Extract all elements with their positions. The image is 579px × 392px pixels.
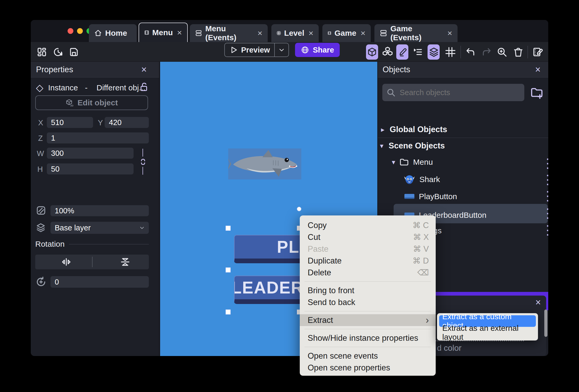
kebab-menu-icon[interactable] bbox=[547, 191, 548, 202]
menu-item-label: Delete bbox=[308, 268, 331, 277]
shark-sprite[interactable] bbox=[228, 148, 301, 179]
rotation-input[interactable]: 0 bbox=[50, 276, 149, 288]
close-tab-icon[interactable]: × bbox=[360, 29, 365, 37]
close-tab-icon[interactable]: × bbox=[177, 28, 182, 37]
menu-item-delete[interactable]: Delete ⌫ bbox=[300, 267, 436, 278]
z-input[interactable]: 1 bbox=[47, 132, 149, 143]
screenshot-root: Home Menu × Menu (Events) × Level × Game bbox=[0, 0, 579, 392]
layers-icon[interactable] bbox=[429, 46, 439, 58]
share-button[interactable]: Share bbox=[295, 43, 340, 57]
menu-item-extract[interactable]: Extract › bbox=[300, 314, 436, 326]
chevron-down-icon bbox=[139, 225, 145, 230]
tab-label: Game bbox=[334, 29, 356, 38]
preview-button[interactable]: Preview bbox=[224, 43, 289, 57]
h-input[interactable]: 50 bbox=[47, 163, 134, 174]
toolbar-separator bbox=[527, 46, 528, 58]
grid-icon[interactable] bbox=[445, 47, 456, 57]
selection-handle-bottom-left[interactable] bbox=[226, 310, 230, 314]
close-layers-icon[interactable]: × bbox=[535, 298, 541, 307]
tab-label: Menu (Events) bbox=[205, 24, 253, 42]
folder-icon bbox=[399, 158, 409, 166]
opacity-input[interactable]: 100% bbox=[50, 205, 149, 216]
play-icon bbox=[231, 46, 237, 54]
tree-item-shark[interactable]: Shark bbox=[404, 174, 440, 185]
kebab-menu-icon[interactable] bbox=[547, 225, 548, 236]
menu-item-label: Send to back bbox=[308, 298, 355, 307]
z-label: Z bbox=[38, 134, 43, 143]
close-properties-icon[interactable]: × bbox=[141, 65, 147, 74]
trash-icon[interactable] bbox=[513, 47, 524, 57]
instances-list-icon[interactable] bbox=[413, 47, 423, 57]
group-scene-objects[interactable]: ▾ Scene Objects bbox=[380, 141, 445, 151]
menu-item-cut[interactable]: Cut ⌘ X bbox=[300, 231, 436, 243]
cube-3d-icon[interactable] bbox=[367, 47, 377, 57]
edit-object-button[interactable]: 2D Edit object bbox=[35, 95, 148, 110]
history-icon[interactable] bbox=[53, 47, 63, 57]
scene-icon bbox=[144, 29, 149, 37]
instance-diamond-icon: ◇ bbox=[36, 82, 43, 93]
menu-item-label: Paste bbox=[308, 244, 328, 254]
tab-game-events[interactable]: Game (Events) × bbox=[374, 24, 458, 42]
link-wh-icon[interactable] bbox=[140, 158, 146, 166]
flip-horizontal-icon[interactable] bbox=[61, 257, 72, 267]
tree-folder-menu[interactable]: ▾ Menu bbox=[392, 158, 433, 167]
menu-item-duplicate[interactable]: Duplicate ⌘ D bbox=[300, 255, 436, 267]
layer-select[interactable]: Base layer bbox=[50, 222, 149, 234]
close-tab-icon[interactable]: × bbox=[257, 29, 262, 37]
tree-item-playbutton[interactable]: PlayButton bbox=[404, 192, 457, 201]
group-global-objects[interactable]: ▸ Global Objects bbox=[381, 125, 447, 134]
close-tab-icon[interactable]: × bbox=[447, 29, 452, 37]
x-label: X bbox=[38, 118, 43, 127]
search-input[interactable] bbox=[399, 88, 515, 97]
unlock-icon[interactable] bbox=[140, 82, 148, 92]
menu-item-open-scene-events[interactable]: Open scene events bbox=[300, 350, 436, 362]
flip-toolbar bbox=[35, 255, 149, 269]
add-folder-icon[interactable] bbox=[530, 86, 544, 99]
menu-item-copy[interactable]: Copy ⌘ C bbox=[300, 219, 436, 231]
menu-item-send-to-back[interactable]: Send to back bbox=[300, 296, 436, 308]
selection-handle-mid-left[interactable] bbox=[226, 268, 230, 272]
scrollbar-thumb[interactable] bbox=[544, 310, 547, 337]
flip-vertical-icon[interactable] bbox=[120, 257, 130, 267]
project-manager-icon[interactable] bbox=[37, 47, 47, 57]
menu-divider bbox=[304, 347, 431, 347]
menu-item-label: Bring to front bbox=[308, 286, 354, 295]
menu-item-paste[interactable]: Paste ⌘ V bbox=[300, 243, 436, 255]
y-input[interactable]: 420 bbox=[105, 117, 149, 128]
tab-menu-events[interactable]: Menu (Events) × bbox=[190, 24, 268, 42]
menu-item-bring-to-front[interactable]: Bring to front bbox=[300, 285, 436, 296]
menu-item-show-hide-instance-properties[interactable]: Show/Hide instance properties bbox=[300, 332, 436, 344]
chevron-down-icon[interactable] bbox=[278, 47, 285, 53]
w-input[interactable]: 300 bbox=[47, 148, 134, 159]
rotate-handle[interactable] bbox=[297, 207, 301, 211]
close-tab-icon[interactable]: × bbox=[308, 29, 313, 37]
zoom-in-icon[interactable] bbox=[497, 47, 507, 57]
menu-divider bbox=[304, 329, 431, 329]
edit-pencil-icon[interactable] bbox=[398, 47, 408, 57]
redo-icon[interactable] bbox=[481, 47, 492, 57]
tab-label: Menu bbox=[152, 28, 173, 37]
kebab-menu-icon[interactable] bbox=[547, 175, 548, 185]
minimize-window-button[interactable] bbox=[77, 28, 83, 34]
svg-text:2D: 2D bbox=[70, 104, 73, 107]
x-input[interactable]: 510 bbox=[47, 117, 93, 128]
tab-game[interactable]: Game × bbox=[322, 24, 371, 42]
kebab-menu-icon[interactable] bbox=[547, 158, 548, 169]
tab-level[interactable]: Level × bbox=[271, 24, 319, 42]
edit-scene-icon[interactable] bbox=[532, 47, 544, 57]
kebab-menu-icon[interactable] bbox=[547, 208, 548, 219]
submenu-item-extract-external-layout[interactable]: Extract as an external layout bbox=[439, 327, 536, 338]
menu-item-open-scene-properties[interactable]: Open scene properties bbox=[300, 362, 436, 374]
menu-item-label: Open scene properties bbox=[308, 363, 390, 373]
close-objects-icon[interactable]: × bbox=[535, 65, 541, 74]
events-icon bbox=[195, 29, 202, 37]
undo-icon[interactable] bbox=[465, 47, 476, 57]
close-window-button[interactable] bbox=[68, 28, 73, 34]
tab-menu[interactable]: Menu × bbox=[139, 23, 188, 42]
selection-handle-top-left[interactable] bbox=[226, 226, 230, 230]
objects-panel-icon[interactable] bbox=[382, 46, 393, 57]
save-icon[interactable] bbox=[69, 47, 79, 57]
search-box[interactable] bbox=[382, 84, 524, 101]
menu-shortcut: ⌘ C bbox=[413, 220, 429, 230]
tab-home[interactable]: Home bbox=[89, 24, 137, 42]
